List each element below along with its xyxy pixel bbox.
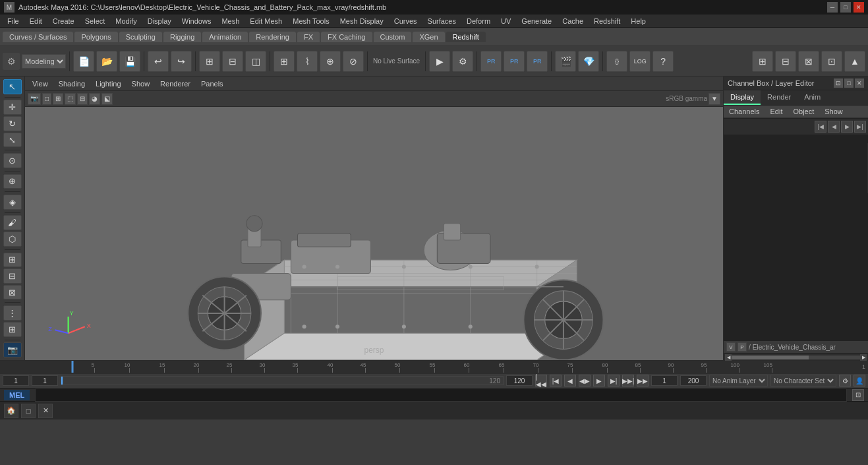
- panel-float-btn[interactable]: □: [844, 78, 854, 88]
- range-end-input[interactable]: [680, 375, 707, 386]
- maximize-button[interactable]: □: [840, 2, 851, 13]
- playback-end-input[interactable]: [506, 375, 533, 386]
- menu-select[interactable]: Select: [80, 16, 110, 26]
- panel-close-btn[interactable]: ✕: [855, 78, 864, 88]
- anim-layer-dropdown[interactable]: No Anim Layer: [709, 375, 768, 387]
- last-tool-btn[interactable]: ◈: [3, 195, 22, 210]
- pr-icon-1[interactable]: PR: [480, 51, 502, 72]
- layer-visibility-btn[interactable]: V: [726, 342, 736, 352]
- shelf-rigging[interactable]: Rigging: [163, 32, 201, 42]
- snap-to-grid-icon[interactable]: ⊞: [274, 51, 295, 72]
- grid-btn[interactable]: ⋮: [3, 305, 22, 321]
- scale-tool-btn[interactable]: ⤡: [3, 133, 22, 148]
- viewport-menu-shading[interactable]: Shading: [54, 78, 90, 89]
- display-mode-1-icon[interactable]: ⊞: [752, 51, 773, 72]
- quick-select-btn[interactable]: ⊠: [3, 285, 22, 300]
- select-by-object-icon[interactable]: ◫: [245, 51, 266, 72]
- viewport-menu-panels[interactable]: Panels: [196, 78, 228, 89]
- rotate-tool-btn[interactable]: ↻: [3, 116, 22, 131]
- resolution-gate-btn[interactable]: ⊞: [53, 93, 63, 105]
- log-icon[interactable]: LOG: [629, 51, 651, 72]
- horizontal-scrollbar[interactable]: ◀ ▶: [724, 354, 868, 360]
- menu-mesh-tools[interactable]: Mesh Tools: [288, 16, 333, 26]
- snap-btn[interactable]: ⊞: [3, 322, 22, 337]
- numeric-input-btn[interactable]: ⊟: [3, 268, 22, 284]
- snap-to-point-icon[interactable]: ⊕: [320, 51, 341, 72]
- shelf-fx[interactable]: FX: [297, 32, 320, 42]
- scroll-up-icon[interactable]: ▲: [844, 51, 865, 72]
- shelf-xgen[interactable]: XGen: [413, 32, 444, 42]
- channel-menu-object[interactable]: Object: [789, 107, 818, 116]
- render-settings-icon[interactable]: ⚙: [452, 51, 473, 72]
- current-frame-input[interactable]: [3, 375, 29, 386]
- viewport-menu-lighting[interactable]: Lighting: [91, 78, 126, 89]
- scrollbar-thumb[interactable]: [732, 356, 809, 359]
- flat-shade-btn[interactable]: ⬕: [101, 93, 113, 105]
- panel-detach-btn[interactable]: ⊡: [834, 78, 843, 88]
- taskbar-restore-btn[interactable]: □: [21, 404, 36, 418]
- channel-tab-render[interactable]: Render: [761, 90, 797, 105]
- safe-action-btn[interactable]: ⬚: [65, 93, 76, 105]
- menu-deform[interactable]: Deform: [462, 16, 495, 26]
- nav-prev-btn[interactable]: ◀: [828, 121, 840, 133]
- menu-redshift[interactable]: Redshift: [589, 16, 625, 26]
- command-line-input[interactable]: [35, 388, 847, 402]
- brush-tool-btn[interactable]: 🖌: [3, 215, 22, 230]
- display-toggle-btn[interactable]: ⊞: [3, 253, 22, 268]
- jump-start-btn[interactable]: |◀◀: [535, 375, 547, 387]
- menu-surfaces[interactable]: Surfaces: [423, 16, 461, 26]
- new-file-icon[interactable]: 📄: [73, 51, 94, 72]
- show-manipulator-btn[interactable]: ⊕: [3, 174, 22, 189]
- character-set-dropdown[interactable]: No Character Set: [770, 375, 836, 387]
- scroll-right-btn[interactable]: ▶: [860, 354, 867, 361]
- pr-icon-2[interactable]: PR: [504, 51, 525, 72]
- lasso-tool-btn[interactable]: ⬡: [3, 232, 22, 247]
- shelf-animation[interactable]: Animation: [202, 32, 248, 42]
- anim-layer-settings-btn[interactable]: ⚙: [839, 375, 851, 387]
- channel-menu-channels[interactable]: Channels: [725, 107, 763, 116]
- taskbar-close-btn[interactable]: ✕: [38, 404, 53, 418]
- menu-mesh-display[interactable]: Mesh Display: [335, 16, 388, 26]
- nav-last-btn[interactable]: ▶|: [854, 121, 866, 133]
- open-file-icon[interactable]: 📂: [96, 51, 117, 72]
- help-icon[interactable]: ?: [652, 51, 674, 72]
- playback-start-input[interactable]: [32, 375, 58, 386]
- prev-keyframe-btn[interactable]: |◀: [550, 375, 562, 387]
- hypershade-icon[interactable]: 💎: [578, 51, 599, 72]
- channel-tab-display[interactable]: Display: [724, 90, 761, 105]
- menu-mesh[interactable]: Mesh: [217, 16, 244, 26]
- channel-menu-show[interactable]: Show: [821, 107, 847, 116]
- close-button[interactable]: ✕: [854, 2, 864, 13]
- save-file-icon[interactable]: 💾: [119, 51, 140, 72]
- mel-python-toggle[interactable]: MEL: [4, 390, 30, 400]
- select-tool-btn[interactable]: ↖: [3, 79, 22, 94]
- menu-help[interactable]: Help: [626, 16, 651, 26]
- display-mode-2-icon[interactable]: ⊟: [775, 51, 796, 72]
- viewport-canvas[interactable]: X Y Z persp: [25, 107, 723, 360]
- pr-icon-3[interactable]: PR: [527, 51, 548, 72]
- modeling-dropdown[interactable]: Modeling: [22, 54, 66, 69]
- menu-create[interactable]: Create: [48, 16, 79, 26]
- display-mode-4-icon[interactable]: ⊡: [821, 51, 842, 72]
- play-forward-btn[interactable]: ▶: [593, 375, 605, 387]
- menu-generate[interactable]: Generate: [517, 16, 556, 26]
- gamma-dropdown-btn[interactable]: ▼: [709, 93, 720, 105]
- minimize-button[interactable]: ─: [827, 2, 838, 13]
- window-controls[interactable]: ─ □ ✕: [827, 2, 864, 13]
- scroll-left-btn[interactable]: ◀: [725, 354, 732, 361]
- menu-uv[interactable]: UV: [496, 16, 515, 26]
- select-by-component-icon[interactable]: ⊟: [222, 51, 243, 72]
- nav-next-btn[interactable]: ▶: [841, 121, 853, 133]
- char-set-settings-btn[interactable]: 👤: [854, 375, 865, 387]
- menu-modify[interactable]: Modify: [111, 16, 141, 26]
- channel-tab-anim[interactable]: Anim: [797, 90, 827, 105]
- channel-menu-edit[interactable]: Edit: [766, 107, 786, 116]
- next-keyframe-btn[interactable]: ▶▶|: [622, 375, 634, 387]
- shelf-fx-caching[interactable]: FX Caching: [321, 32, 372, 42]
- render-icon[interactable]: ▶: [429, 51, 450, 72]
- viewport-menu-renderer[interactable]: Renderer: [156, 78, 195, 89]
- menu-edit-mesh[interactable]: Edit Mesh: [245, 16, 287, 26]
- frame-slider[interactable]: 120: [61, 376, 504, 385]
- shelf-rendering[interactable]: Rendering: [249, 32, 296, 42]
- camera-select-btn[interactable]: 📷: [28, 93, 41, 105]
